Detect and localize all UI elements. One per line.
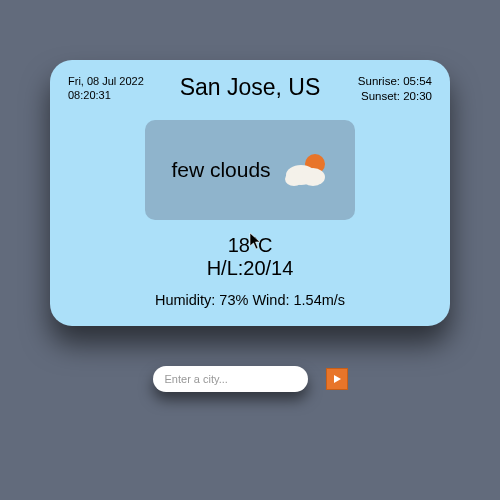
- few-clouds-icon: [281, 150, 329, 190]
- time-text: 08:20:31: [68, 88, 158, 102]
- sunset-text: Sunset: 20:30: [342, 89, 432, 104]
- condition-text: few clouds: [171, 158, 270, 182]
- play-icon: [332, 370, 342, 388]
- search-row: [153, 366, 348, 392]
- city-search-input[interactable]: [153, 366, 308, 392]
- sun-times-block: Sunrise: 05:54 Sunset: 20:30: [342, 74, 432, 104]
- condition-box: few clouds: [145, 120, 355, 220]
- sunrise-text: Sunrise: 05:54: [342, 74, 432, 89]
- high-low-text: H/L:20/14: [207, 257, 294, 280]
- svg-point-3: [285, 172, 303, 186]
- location-title: San Jose, US: [158, 74, 342, 101]
- weather-card: Fri, 08 Jul 2022 08:20:31 San Jose, US S…: [50, 60, 450, 326]
- date-time-block: Fri, 08 Jul 2022 08:20:31: [68, 74, 158, 103]
- header-row: Fri, 08 Jul 2022 08:20:31 San Jose, US S…: [68, 74, 432, 104]
- svg-point-2: [301, 168, 325, 186]
- humidity-wind-text: Humidity: 73% Wind: 1.54m/s: [155, 292, 345, 308]
- temp-value: 18°C: [228, 234, 273, 256]
- search-submit-button[interactable]: [326, 368, 348, 390]
- date-text: Fri, 08 Jul 2022: [68, 74, 158, 88]
- temperature-text: 18°C: [228, 234, 273, 257]
